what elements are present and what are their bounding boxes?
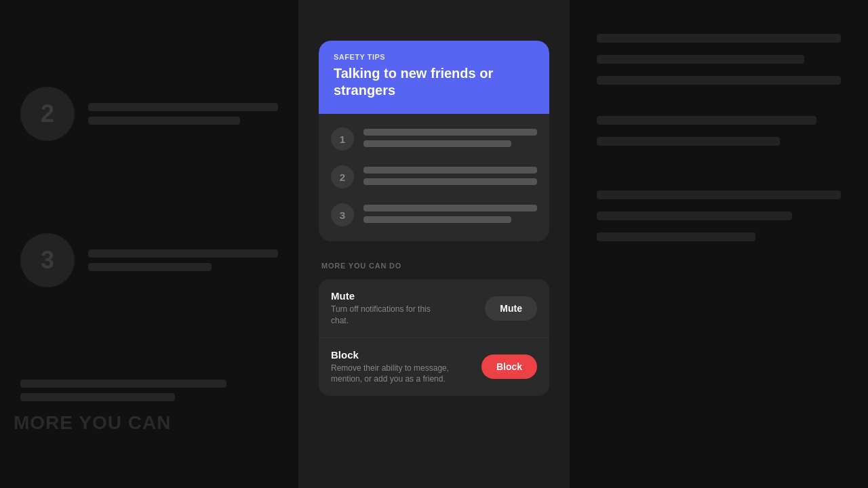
bg-number-2: 2 [20, 87, 75, 141]
tip-line [363, 216, 511, 223]
tip-number-3: 3 [331, 203, 354, 226]
more-section-label: MORE YOU CAN DO [319, 262, 549, 270]
bg-more-text [20, 380, 278, 401]
tip-lines-3 [363, 202, 537, 223]
tip-number-1: 1 [331, 127, 354, 150]
bg-item-2: 2 [20, 87, 278, 141]
tip-lines-2 [363, 164, 537, 185]
tip-line [363, 129, 537, 136]
block-text: Block Remove their ability to message, m… [331, 349, 481, 386]
tip-line [363, 167, 537, 174]
bg-right-line [597, 232, 755, 241]
bg-right-line [597, 55, 804, 64]
safety-tips-label: SAFETY TIPS [334, 53, 534, 61]
more-section: MORE YOU CAN DO Mute Turn off notificati… [319, 262, 549, 396]
tip-line [363, 140, 511, 147]
center-panel: SAFETY TIPS Talking to new friends or st… [298, 0, 570, 488]
card-body: 1 2 3 [319, 114, 549, 241]
tip-line [363, 178, 537, 185]
card-header: SAFETY TIPS Talking to new friends or st… [319, 41, 549, 114]
background-right [570, 0, 868, 488]
block-desc: Remove their ability to message, mention… [331, 363, 450, 386]
bg-right-line [597, 211, 792, 220]
tip-line [363, 205, 537, 211]
bg-lines-2 [88, 103, 278, 125]
mute-item: Mute Turn off notifications for this cha… [319, 279, 549, 338]
bg-lines-3 [88, 249, 278, 271]
mute-text: Mute Turn off notifications for this cha… [331, 290, 485, 327]
tip-item-2: 2 [331, 164, 537, 188]
block-title: Block [331, 349, 481, 361]
bg-bottom-text: MORE YOU CAN [14, 412, 171, 434]
tip-item-3: 3 [331, 202, 537, 226]
tip-number-2: 2 [331, 165, 354, 188]
bg-right-line [597, 137, 780, 146]
background-left: 2 3 [0, 0, 298, 488]
card-title: Talking to new friends or strangers [334, 65, 534, 99]
tip-item-1: 1 [331, 126, 537, 150]
mute-desc: Turn off notifications for this chat. [331, 304, 450, 327]
bg-right-line [597, 190, 841, 199]
bg-number-3: 3 [20, 233, 75, 287]
tip-lines-1 [363, 126, 537, 147]
more-card: Mute Turn off notifications for this cha… [319, 279, 549, 396]
bg-right-line [597, 116, 816, 125]
bg-item-3: 3 [20, 233, 278, 287]
bg-right-line [597, 76, 841, 85]
block-button[interactable]: Block [481, 354, 537, 379]
mute-button[interactable]: Mute [485, 296, 537, 321]
bg-right-line [597, 34, 841, 43]
mute-title: Mute [331, 290, 485, 302]
block-item: Block Remove their ability to message, m… [319, 338, 549, 396]
safety-tips-card: SAFETY TIPS Talking to new friends or st… [319, 41, 549, 241]
